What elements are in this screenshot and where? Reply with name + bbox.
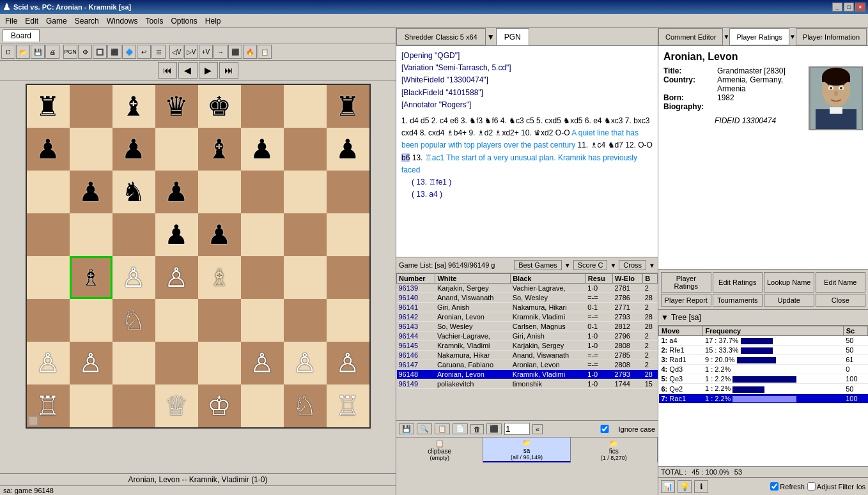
square-e5[interactable]: ♟ xyxy=(198,213,241,256)
square-a3[interactable] xyxy=(27,299,70,342)
toolbar-vfwd-btn[interactable]: ▷V xyxy=(184,45,198,59)
tree-col-score[interactable]: Sc xyxy=(843,326,867,336)
score-c-btn[interactable]: Score C xyxy=(573,260,608,270)
toolbar-btn10[interactable]: ↩ xyxy=(137,45,151,59)
toolbar-btn9[interactable]: 🔷 xyxy=(122,45,136,59)
table-row[interactable]: 96146 Nakamura, Hikar Anand, Viswanath =… xyxy=(397,351,658,360)
square-e8[interactable]: ♚ xyxy=(198,85,241,128)
player-report-btn[interactable]: Player Report xyxy=(661,294,711,307)
db-tab-clipbase[interactable]: 📋 clipbase (empty) xyxy=(396,438,483,462)
game-list-scroll[interactable]: Number White Black Resu W-Elo B 96139 Ka… xyxy=(396,273,658,420)
toolbar-stop-btn[interactable]: ⬛ xyxy=(228,45,242,59)
toolbar-new-btn[interactable]: 🗋 xyxy=(1,45,15,59)
square-a7[interactable]: ♟ xyxy=(27,128,70,171)
menu-search[interactable]: Search xyxy=(71,15,103,27)
save-icon-btn[interactable]: 💾 xyxy=(399,423,414,434)
toolbar-arrow-btn[interactable]: → xyxy=(213,45,228,59)
filter-icon-btn[interactable]: 🔍 xyxy=(417,423,432,434)
menu-tools[interactable]: Tools xyxy=(141,15,167,27)
table-row[interactable]: 96149 poliakevitch timonshik 1-0 1744 15 xyxy=(397,379,658,389)
square-g2[interactable]: ♙ xyxy=(284,342,327,385)
ignore-case-checkbox[interactable] xyxy=(592,425,617,433)
col-result[interactable]: Resu xyxy=(585,274,612,284)
tab-player-information[interactable]: Player Information xyxy=(796,28,867,45)
square-h1[interactable]: ♖ xyxy=(327,385,369,427)
toolbar-copy-btn[interactable]: 📋 xyxy=(258,45,272,59)
square-f2[interactable]: ♙ xyxy=(241,342,284,385)
adjust-filter-checkbox[interactable] xyxy=(807,482,816,491)
tree-col-move[interactable]: Move xyxy=(659,326,703,336)
square-c6[interactable]: ♞ xyxy=(112,171,155,213)
square-f4[interactable] xyxy=(241,256,284,299)
close-button[interactable]: × xyxy=(855,3,865,11)
square-e4[interactable]: ♗ xyxy=(198,256,241,299)
square-d8[interactable]: ♛ xyxy=(155,85,198,128)
table-row[interactable]: 96140 Anand, Viswanath So, Wesley =-= 27… xyxy=(397,293,658,303)
table-row[interactable]: 96143 So, Wesley Carlsen, Magnus 0-1 281… xyxy=(397,322,658,331)
tree-row[interactable]: 5: Qe3 1 : 2.2% 100 xyxy=(659,374,868,384)
square-f6[interactable] xyxy=(241,171,284,213)
cross-btn[interactable]: Cross xyxy=(619,260,646,270)
table-row[interactable]: 96145 Kramnik, Vladimi Karjakin, Sergey … xyxy=(397,341,658,351)
menu-windows[interactable]: Windows xyxy=(103,15,142,27)
square-g3[interactable] xyxy=(284,299,327,342)
square-c1[interactable] xyxy=(112,385,155,427)
update-btn[interactable]: Update xyxy=(764,294,814,307)
square-c2[interactable] xyxy=(112,342,155,385)
db-tab-sa[interactable]: 📁 sa (all / 96,149) xyxy=(483,438,570,462)
window-controls[interactable]: _ □ × xyxy=(832,3,865,11)
toolbar-save-btn[interactable]: 💾 xyxy=(31,45,45,59)
square-c8[interactable]: ♝ xyxy=(112,85,155,128)
minimize-button[interactable]: _ xyxy=(832,3,842,11)
square-a1[interactable]: ♖ xyxy=(27,385,70,427)
square-h8[interactable]: ♜ xyxy=(327,85,369,128)
nav-start-btn[interactable]: « xyxy=(532,424,543,434)
square-d5[interactable]: ♟ xyxy=(155,213,198,256)
square-b4[interactable]: ♗ xyxy=(70,256,112,299)
nav-last-button[interactable]: ⏭ xyxy=(219,62,238,79)
square-h7[interactable]: ♟ xyxy=(327,128,369,171)
square-h5[interactable] xyxy=(327,213,369,256)
tree-row[interactable]: 4: Qd3 1 : 2.2% 0 xyxy=(659,365,868,374)
menu-options[interactable]: Options xyxy=(167,15,201,27)
tree-row[interactable]: 1: a4 17 : 37.7% 50 xyxy=(659,336,868,346)
square-h6[interactable] xyxy=(327,171,369,213)
square-g5[interactable] xyxy=(284,213,327,256)
square-f8[interactable] xyxy=(241,85,284,128)
square-b7[interactable] xyxy=(70,128,112,171)
toolbar-engine-btn[interactable]: 🔥 xyxy=(243,45,257,59)
square-f3[interactable] xyxy=(241,299,284,342)
square-g4[interactable] xyxy=(284,256,327,299)
toolbar-vplus-btn[interactable]: +V xyxy=(199,45,213,59)
square-a4[interactable] xyxy=(27,256,70,299)
menu-edit[interactable]: Edit xyxy=(21,15,42,27)
tree-col-frequency[interactable]: Frequency xyxy=(702,326,843,336)
copy-icon-btn[interactable]: 📋 xyxy=(435,423,450,434)
tree-btn2[interactable]: 💡 xyxy=(678,480,692,493)
table-row[interactable]: 96144 Vachier-Lagrave, Giri, Anish 1-0 2… xyxy=(397,331,658,341)
col-welo[interactable]: W-Elo xyxy=(613,274,643,284)
table-row[interactable]: 96148 Aronian, Levon Kramnik, Vladimi 1-… xyxy=(397,370,658,379)
table-row[interactable]: 96141 Giri, Anish Nakamura, Hikari 0-1 2… xyxy=(397,303,658,312)
refresh-checkbox[interactable] xyxy=(770,482,779,491)
square-e6[interactable] xyxy=(198,171,241,213)
tree-row[interactable]: 7: Rac1 1 : 2.2% 100 xyxy=(659,393,868,403)
square-d6[interactable]: ♟ xyxy=(155,171,198,213)
edit-name-btn[interactable]: Edit Name xyxy=(816,272,866,293)
square-d3[interactable] xyxy=(155,299,198,342)
square-b5[interactable] xyxy=(70,213,112,256)
square-d4[interactable]: ♙ xyxy=(155,256,198,299)
square-f7[interactable]: ♟ xyxy=(241,128,284,171)
col-belo[interactable]: B xyxy=(643,274,658,284)
db-tab-fics[interactable]: 📁 fics (1 / 8,270) xyxy=(571,438,658,462)
square-b3[interactable] xyxy=(70,299,112,342)
player-ratings-btn[interactable]: Player Ratings xyxy=(661,272,711,293)
square-g8[interactable] xyxy=(284,85,327,128)
chess-board[interactable]: ♜ ♝ ♛ ♚ ♜ ♟ ♟ ♝ ♟ ♟ ♟ ♞ xyxy=(26,84,371,429)
square-g1[interactable]: ♘ xyxy=(284,385,327,427)
tree-btn1[interactable]: 📊 xyxy=(661,480,675,493)
best-games-btn[interactable]: Best Games xyxy=(514,260,562,270)
square-d7[interactable] xyxy=(155,128,198,171)
col-number[interactable]: Number xyxy=(397,274,435,284)
toolbar-btn6[interactable]: ⚙ xyxy=(78,45,92,59)
